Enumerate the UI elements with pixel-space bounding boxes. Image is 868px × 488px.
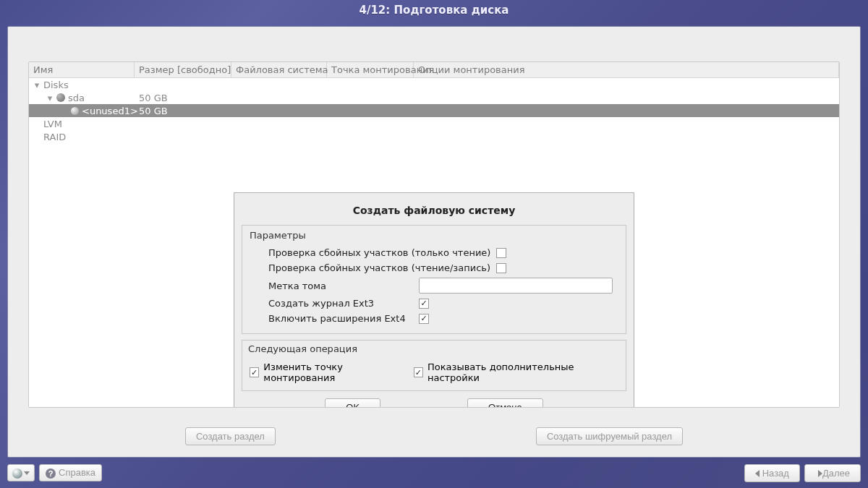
tree-row-disks[interactable]: ▾Disks [29,78,839,91]
opt-check-rw-row: Проверка сбойных участков (чтение/запись… [250,260,618,275]
wizard-footer: ?Справка Назад Далее [7,462,861,484]
help-button[interactable]: ?Справка [39,464,102,481]
home-menu-button[interactable] [7,464,35,481]
create-partition-button[interactable]: Создать раздел [185,427,276,445]
nextop-adv-checkbox[interactable] [414,367,423,377]
arrow-left-icon [755,470,760,477]
create-encrypted-partition-button[interactable]: Создать шифруемый раздел [536,427,683,445]
opt-ext3-row: Создать журнал Ext3 [250,296,618,311]
dialog-title: Создать файловую систему [242,200,626,225]
opt-ext4-checkbox[interactable] [419,314,429,324]
expander-icon[interactable]: ▾ [46,93,54,103]
col-fs[interactable]: Файловая система [231,62,327,77]
opt-check-ro-label: Проверка сбойных участков (только чтение… [268,247,490,258]
nextop-fieldset: Следующая операция Изменить точку монтир… [242,340,626,391]
tree-row-lvm[interactable]: LVM [29,117,839,130]
partition-icon [71,107,79,115]
opt-ext3-checkbox[interactable] [419,299,429,309]
ok-button[interactable]: OK [325,398,380,408]
tree-body: ▾Disks ▾sda 50 GB <unused1> 50 GB LVM RA… [29,78,839,143]
col-size[interactable]: Размер [свободно] [135,62,231,77]
tree-row-raid[interactable]: RAID [29,130,839,143]
col-opts[interactable]: Опции монтирования [414,62,839,77]
installer-step-title: 4/12: Подготовка диска [0,0,868,20]
opt-check-rw-checkbox[interactable] [496,263,506,273]
tree-header: Имя Размер [свободно] Файловая система Т… [29,62,839,78]
opt-label-row: Метка тома [250,275,618,296]
volume-label-input[interactable] [419,278,613,294]
disk-icon [56,93,65,102]
main-panel: Имя Размер [свободно] Файловая система Т… [7,26,861,458]
opt-check-ro-row: Проверка сбойных участков (только чтение… [250,245,618,260]
home-icon [12,468,22,479]
cancel-button[interactable]: Отмена [467,398,543,408]
nextop-mount-checkbox[interactable] [250,367,259,377]
create-fs-dialog: Создать файловую систему Параметры Прове… [234,192,634,408]
nextop-adv-label: Показывать дополнительные настройки [427,361,618,383]
opt-ext3-label: Создать журнал Ext3 [268,298,413,309]
params-legend: Параметры [250,230,618,241]
params-fieldset: Параметры Проверка сбойных участков (тол… [242,225,626,334]
tree-row-sda[interactable]: ▾sda 50 GB [29,91,839,104]
next-button[interactable]: Далее [804,464,861,482]
chevron-down-icon [24,471,30,475]
tree-row-unused1[interactable]: <unused1> 50 GB [29,104,839,117]
expander-icon[interactable]: ▾ [33,80,41,90]
back-button[interactable]: Назад [744,464,800,482]
opt-ext4-label: Включить расширения Ext4 [268,313,413,324]
nextop-legend: Следующая операция [248,343,620,354]
opt-ext4-row: Включить расширения Ext4 [250,311,618,326]
disk-tree: Имя Размер [свободно] Файловая система Т… [28,61,840,408]
opt-check-rw-label: Проверка сбойных участков (чтение/запись… [268,262,490,273]
nextop-mount-label: Изменить точку монтирования [263,361,409,383]
opt-check-ro-checkbox[interactable] [496,248,506,258]
help-icon: ? [46,468,56,479]
opt-label-text: Метка тома [268,281,413,291]
col-name[interactable]: Имя [29,62,135,77]
partition-actions: Создать раздел Создать шифруемый раздел [8,427,860,445]
col-mount[interactable]: Точка монтирования [327,62,414,77]
